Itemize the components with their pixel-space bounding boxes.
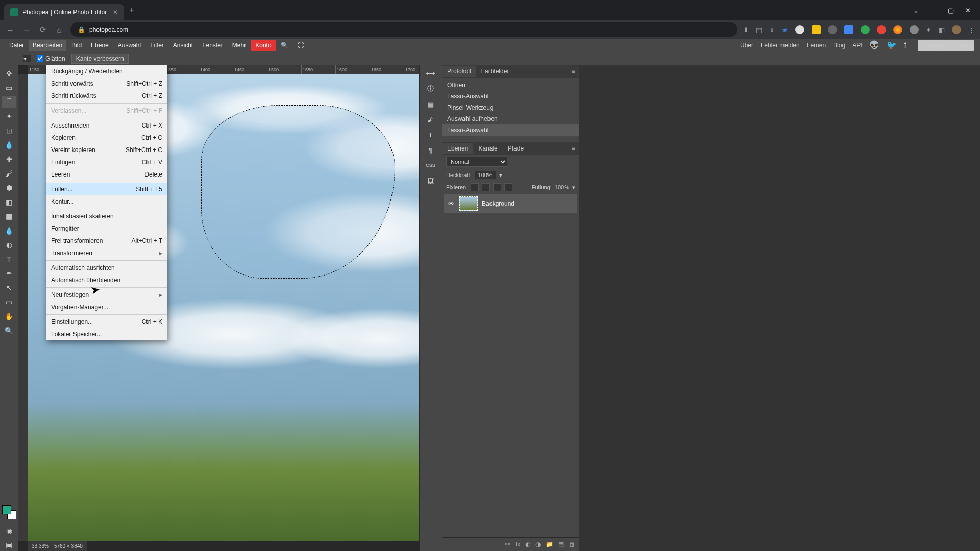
lock-position-icon[interactable] [493,183,501,191]
extension-icon[interactable] [795,25,804,34]
menu-fenster[interactable]: Fenster [198,40,227,51]
screenmode-tool[interactable]: ▣ [2,539,16,551]
paragraph-icon[interactable]: ¶ [424,144,438,156]
panel-menu-icon[interactable]: ≡ [568,68,579,75]
menu-konto[interactable]: Konto [251,40,275,51]
share-icon[interactable]: ⇪ [769,26,775,34]
link-layers-icon[interactable]: ⚯ [505,541,510,548]
css-icon[interactable]: CSS [424,159,438,171]
menu-mehr[interactable]: Mehr [228,40,250,51]
shape-tool[interactable]: ▭ [2,296,16,308]
menu-ebene[interactable]: Ebene [87,40,113,51]
facebook-icon[interactable]: f [904,41,906,50]
menu-item[interactable]: LeerenDelete [46,168,167,181]
layer-item[interactable]: 👁 Background [444,194,577,213]
kante-verbessern-button[interactable]: Kante verbessern [71,54,129,64]
eraser-tool[interactable]: ◧ [2,196,16,208]
menu-item[interactable]: Schritt rückwärtsCtrl + Z [46,90,167,102]
extensions-icon[interactable]: ✦ [926,26,932,34]
move-tool[interactable]: ✥ [2,67,16,80]
back-icon[interactable]: ← [5,26,15,34]
tab-farbfelder[interactable]: Farbfelder [476,66,514,77]
hand-tool[interactable]: ✋ [2,310,16,322]
tab-protokoll[interactable]: Protokoll [442,66,476,77]
glatten-input[interactable] [37,55,43,62]
blend-mode-select[interactable]: Normal [446,157,507,167]
close-icon[interactable]: ✕ [113,9,118,16]
feather-field[interactable]: ▾ [23,55,31,62]
delete-layer-icon[interactable]: 🗑 [569,541,575,548]
adjustment-icon[interactable]: ◑ [535,541,541,548]
lock-transparency-icon[interactable] [471,183,479,191]
history-item[interactable]: Lasso-Auswahl [442,91,579,102]
menu-item[interactable]: AusschneidenCtrl + X [46,119,167,132]
tab-ebenen[interactable]: Ebenen [442,143,473,154]
extension-icon[interactable] [877,25,886,34]
menu-bearbeiten[interactable]: Bearbeiten [29,40,66,51]
eyedropper-tool[interactable]: 💧 [2,139,16,151]
fx-icon[interactable]: fx [516,541,520,548]
home-icon[interactable]: ⌂ [54,26,64,34]
minimize-icon[interactable]: — [930,7,937,14]
lock-all-icon[interactable] [504,183,512,191]
blur-tool[interactable]: 💧 [2,224,16,237]
history-item[interactable]: Pinsel-Werkzeug [442,102,579,113]
new-tab-button[interactable]: + [129,6,134,15]
color-swatches[interactable] [2,505,16,519]
menu-auswahl[interactable]: Auswahl [114,40,145,51]
type-panel-icon[interactable]: T [424,129,438,141]
stamp-tool[interactable]: ⬢ [2,182,16,194]
crop-tool[interactable]: ⊡ [2,124,16,137]
history-item[interactable]: Auswahl aufheben [442,113,579,124]
extension-icon[interactable] [828,25,837,34]
menu-item[interactable]: Kontur... [46,195,167,208]
maximize-icon[interactable]: ▢ [948,7,954,14]
dodge-tool[interactable]: ◐ [2,239,16,251]
menu-item[interactable]: Inhaltsbasiert skalieren [46,210,167,222]
image-panel-icon[interactable]: 🖼 [424,174,438,187]
bookmark-icon[interactable]: ★ [782,26,788,34]
link-blog[interactable]: Blog [833,42,845,49]
extension-icon[interactable] [893,25,902,34]
lasso-tool[interactable]: ⌒ [2,96,16,108]
history-item[interactable]: Öffnen [442,80,579,91]
type-tool[interactable]: T [2,253,16,265]
change-consent-button[interactable]: Change Consent [918,40,974,51]
url-input[interactable]: 🔒 photopea.com [70,22,737,37]
page-icon[interactable]: ▤ [756,26,762,34]
layer-name[interactable]: Background [482,200,514,207]
menu-item[interactable]: Füllen...Shift + F5 [46,183,167,195]
menu-item[interactable]: Lokaler Speicher... [46,328,167,340]
info-icon[interactable]: ⓘ [424,83,438,95]
gradient-tool[interactable]: ▦ [2,210,16,222]
pen-tool[interactable]: ✒ [2,267,16,280]
mask-icon[interactable]: ◐ [525,541,530,548]
menu-ansicht[interactable]: Ansicht [169,40,197,51]
swatches-icon[interactable]: ▤ [424,98,438,110]
extension-icon[interactable] [910,25,919,34]
wand-tool[interactable]: ✦ [2,110,16,122]
menu-item[interactable]: Automatisch ausrichten [46,262,167,274]
menu-item[interactable]: Vorgaben-Manager... [46,301,167,313]
menu-item[interactable]: Transformieren [46,247,167,259]
close-window-icon[interactable]: ✕ [965,7,971,14]
menu-icon[interactable]: ⋮ [968,26,975,34]
glatten-checkbox[interactable]: Glätten [37,55,65,62]
forward-icon[interactable]: → [21,26,32,34]
link-fehler[interactable]: Fehler melden [761,42,800,49]
marquee-tool[interactable]: ▭ [2,82,16,94]
panel-menu-icon[interactable]: ≡ [568,145,579,152]
extension-icon[interactable] [844,25,853,34]
download-icon[interactable]: ⬇ [743,26,749,34]
link-api[interactable]: API [852,42,862,49]
twitter-icon[interactable]: 🐦 [887,40,897,50]
menu-item[interactable]: Formgitter [46,222,167,235]
folder-icon[interactable]: 📁 [546,541,553,548]
link-lernen[interactable]: Lernen [807,42,826,49]
tab-pfade[interactable]: Pfade [503,143,529,154]
browser-tab[interactable]: Photopea | Online Photo Editor ✕ [4,4,124,20]
extension-icon[interactable] [861,25,870,34]
profile-avatar[interactable] [952,25,961,34]
menu-datei[interactable]: Datei [5,40,28,51]
zoom-tool[interactable]: 🔍 [2,324,16,337]
